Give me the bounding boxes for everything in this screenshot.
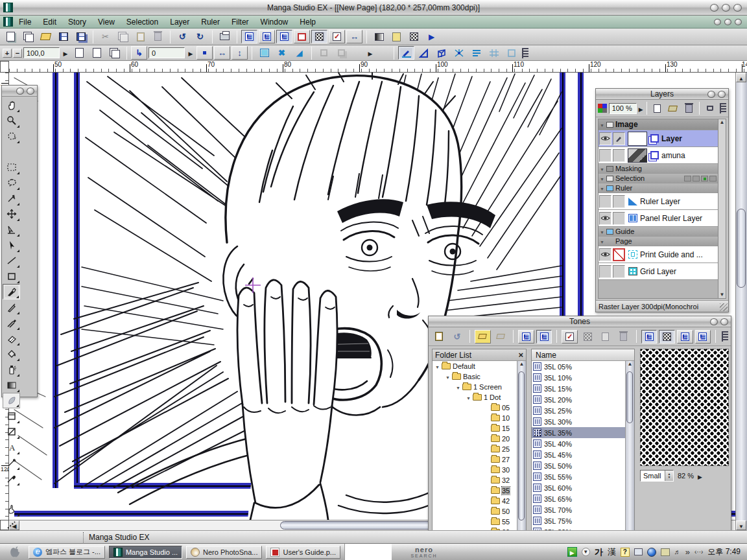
new-folder-button[interactable] — [666, 102, 680, 115]
tone-item[interactable]: 35L 55% — [532, 471, 625, 482]
delete-button[interactable] — [150, 30, 166, 43]
paste-tone-button[interactable] — [431, 330, 447, 344]
doc-close-button[interactable] — [735, 19, 742, 25]
tray-chevron-icon[interactable]: ▼ — [582, 548, 590, 556]
layer-group-selection[interactable]: Selection — [599, 174, 719, 183]
start-apple-icon[interactable] — [8, 546, 25, 559]
new-story-button[interactable] — [20, 30, 36, 43]
twisty-icon[interactable] — [456, 383, 460, 391]
tone-item[interactable]: 35L 20% — [532, 394, 625, 405]
tray-monitor-icon[interactable] — [634, 548, 643, 555]
object-selector-tool[interactable] — [3, 222, 20, 237]
ruler-pen-mode-button[interactable] — [398, 46, 414, 60]
fit-width-button[interactable] — [214, 46, 230, 60]
visibility-toggle[interactable] — [599, 248, 611, 261]
folder-tree-item[interactable]: 10 — [433, 413, 517, 423]
task-empas-blog[interactable]: 엠파스 블로그 -... — [29, 546, 105, 559]
doc-restore-button[interactable] — [724, 19, 731, 25]
menu-help[interactable]: Help — [294, 16, 322, 28]
save-all-button[interactable] — [73, 30, 89, 43]
print-button[interactable] — [217, 30, 233, 43]
tools-palette[interactable]: A 35L 35% — [1, 85, 38, 397]
layer-name[interactable]: Ruler Layer — [640, 197, 680, 206]
collapse-arrow-icon[interactable] — [600, 174, 604, 182]
list-view-button[interactable] — [536, 330, 552, 344]
no-print-toggle[interactable] — [613, 248, 625, 261]
vscrollbar-thumb[interactable] — [737, 209, 746, 288]
draw-toggle[interactable] — [613, 132, 625, 145]
visibility-toggle[interactable] — [599, 132, 611, 145]
toggle-navigator-palette-button[interactable] — [294, 30, 310, 43]
tray-folder-icon[interactable] — [661, 548, 670, 556]
open-button[interactable] — [38, 30, 54, 43]
layer-row-selected[interactable]: Layer — [599, 130, 719, 147]
copy-button[interactable] — [115, 30, 131, 43]
paste-button[interactable] — [132, 30, 148, 43]
menu-file[interactable]: File — [13, 16, 37, 28]
eyedropper-tool[interactable] — [3, 471, 20, 486]
redo-button[interactable] — [192, 30, 208, 43]
folder-tree-item[interactable]: 1 Dot — [433, 392, 517, 402]
group-button[interactable] — [316, 46, 332, 60]
visibility-toggle[interactable] — [599, 149, 611, 162]
volume-icon[interactable]: ♬ — [674, 548, 681, 555]
actual-size-button[interactable] — [196, 46, 213, 60]
folder-tree-item[interactable]: 27 — [433, 454, 517, 465]
rectangle-tool[interactable] — [3, 268, 20, 284]
layer-name[interactable]: Panel Ruler Layer — [640, 214, 702, 223]
spinner-icon[interactable]: ▲▼ — [665, 471, 673, 481]
material-button[interactable] — [388, 30, 405, 43]
folder-tree-item[interactable]: 42 — [433, 496, 517, 506]
layer-group-page[interactable]: Page — [599, 237, 719, 246]
tone-item[interactable]: 35L 75% — [532, 515, 625, 526]
new-tone-button[interactable] — [598, 330, 614, 344]
layer-thumbnail[interactable] — [628, 132, 647, 146]
menu-filter[interactable]: Filter — [226, 16, 255, 28]
snap-ruler-button[interactable] — [256, 46, 272, 60]
draw-toggle[interactable] — [613, 265, 625, 278]
toggle-properties-palette-button[interactable] — [329, 30, 345, 43]
select-arrow-tool[interactable] — [3, 237, 20, 253]
fill-tool[interactable] — [3, 346, 20, 362]
canvas-vscrollbar[interactable] — [735, 73, 747, 530]
frame-tool[interactable] — [3, 408, 20, 424]
airbrush-tool[interactable] — [3, 362, 20, 377]
more-options-button[interactable] — [351, 46, 390, 60]
layers-palette[interactable]: Layers 100 % Image Layer — [595, 88, 729, 312]
tray-expand-icon[interactable] — [685, 548, 690, 556]
undo-button[interactable] — [174, 30, 191, 43]
network-icon[interactable]: ‹··› — [694, 548, 703, 555]
run-action-button[interactable] — [423, 30, 440, 43]
move-tool[interactable] — [3, 206, 20, 222]
layer-row[interactable]: amuna — [599, 147, 719, 164]
tools-close-button[interactable] — [27, 88, 34, 95]
folder-tree-item[interactable]: Default — [433, 361, 517, 371]
view-option1-button[interactable] — [641, 330, 658, 344]
page-list-button[interactable] — [106, 46, 123, 60]
layer-group-image[interactable]: Image — [599, 119, 719, 130]
tools-collapse-button[interactable] — [16, 88, 24, 95]
twisty-icon[interactable] — [466, 393, 471, 401]
layer-thumbnail[interactable] — [628, 148, 647, 163]
tone-item[interactable]: 35L 25% — [532, 405, 625, 416]
scroll-up-button[interactable] — [736, 73, 746, 82]
new-layer-button[interactable] — [650, 102, 664, 115]
collapse-arrow-icon[interactable] — [600, 184, 604, 192]
layers-palette-titlebar[interactable]: Layers — [596, 89, 728, 100]
visibility-toggle[interactable] — [599, 265, 611, 278]
tone-item-selected[interactable]: 35L 35% — [532, 427, 625, 438]
tone-item[interactable]: 35L 05% — [532, 361, 625, 372]
menu-edit[interactable]: Edit — [37, 16, 62, 28]
doc-minimize-button[interactable] — [714, 19, 721, 25]
menu-selection[interactable]: Selection — [121, 16, 164, 28]
view-option2-button[interactable] — [659, 330, 675, 344]
save-button[interactable] — [55, 30, 71, 43]
tone-item[interactable]: 35L 15% — [532, 383, 625, 394]
tone-item[interactable]: 35L 65% — [532, 493, 625, 504]
gradient-tool[interactable] — [3, 377, 20, 393]
folder-tree-item[interactable]: 15 — [433, 423, 517, 434]
tone-item[interactable]: 35L 40% — [532, 438, 625, 449]
scroll-down-button[interactable] — [736, 520, 746, 530]
tones-palette-titlebar[interactable]: Tones — [429, 316, 731, 327]
tone-item[interactable]: 35L 60% — [532, 482, 625, 493]
